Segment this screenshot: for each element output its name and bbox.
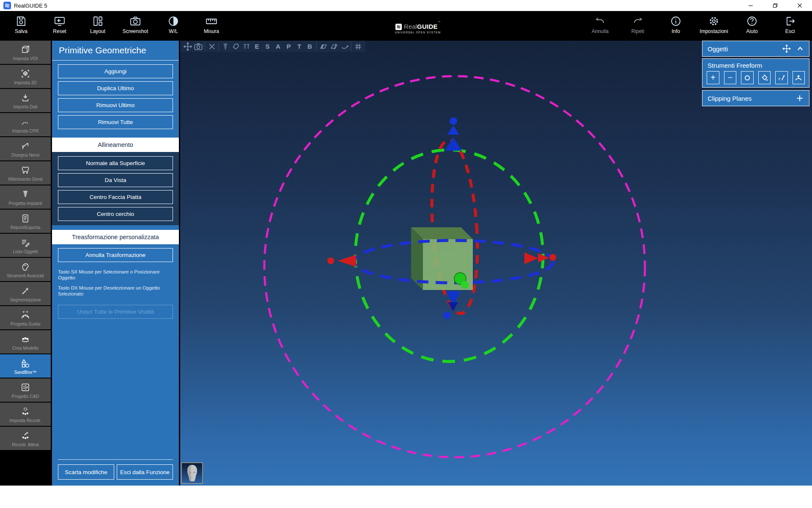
clip-plane-icon[interactable] [329, 41, 339, 52]
settings-button[interactable]: Impostazioni [695, 13, 732, 34]
reset-button[interactable]: Reset [41, 13, 78, 34]
viewport-3d[interactable]: E S A P T B Oggetti [180, 41, 812, 486]
clip-plane-flip-icon[interactable] [318, 41, 329, 52]
close-view-icon[interactable] [206, 41, 217, 52]
discard-changes-button[interactable]: Scarta modifiche [58, 464, 114, 480]
remove-all-button[interactable]: Rimuovi Tutte [58, 115, 173, 129]
sidebar-item-progetta-impianti[interactable]: Progetta Impianti [0, 185, 51, 209]
move-panel-icon[interactable] [782, 44, 791, 53]
sidebar-item-imposta-cpr[interactable]: Imposta CPR [0, 113, 51, 136]
sidebar-item-sandbox[interactable]: SandBox™ [0, 354, 51, 378]
polygon-tool-icon[interactable] [230, 41, 241, 52]
sidebar-item-riferimento-denti[interactable]: Riferimento Denti [0, 161, 51, 185]
window-level-button[interactable]: W/L [155, 13, 192, 34]
magic-wand-icon [20, 285, 30, 296]
add-clipping-plane-icon[interactable] [796, 94, 804, 102]
close-button[interactable] [787, 0, 812, 11]
shapes-icon [20, 358, 30, 369]
view-letter-e[interactable]: E [255, 43, 259, 50]
exit-button[interactable]: Esci [771, 13, 809, 34]
sidebar-item-crea-modello[interactable]: Crea Modello [0, 330, 51, 353]
exit-function-button[interactable]: Esci dalla Funzione [117, 464, 173, 480]
sidebar-item-ricostr-attiva[interactable]: Ricostr. Attiva [0, 427, 51, 450]
duplicate-last-button[interactable]: Duplica Ultimo [58, 81, 173, 95]
help-button[interactable]: Aiuto [733, 13, 771, 34]
add-primitive-button[interactable]: Aggiungi [58, 64, 173, 78]
grid-toggle-icon[interactable] [353, 41, 363, 52]
redo-button[interactable]: Ripeti [619, 13, 656, 34]
freeform-panel-title: Strumenti Freeform [702, 59, 809, 71]
view-letter-b[interactable]: B [307, 43, 312, 50]
viewport-screenshot-icon[interactable] [193, 41, 203, 52]
save-button[interactable]: Salva [3, 13, 40, 34]
screenshot-button[interactable]: Screenshot [117, 13, 154, 34]
sidebar-item-disegna-nervi[interactable]: Disegna Nervi [0, 137, 51, 160]
bottom-strip [0, 486, 812, 508]
contrast-icon [167, 13, 179, 27]
view-letter-p[interactable]: P [286, 43, 291, 50]
wand-teeth-icon [20, 430, 30, 441]
sidebar-item-lista-oggetti[interactable]: Lista Oggetti [0, 234, 51, 257]
head-orientation-thumbnail[interactable] [181, 462, 203, 484]
implant-visibility-icon[interactable] [220, 41, 230, 52]
smooth-surface-icon [795, 74, 802, 82]
left-sidebar: Imposta VOI Imposta 3D Importa Dati Impo… [0, 41, 51, 486]
hint-left-mouse: Tasto SX Mouse per Selezionare o Posizio… [58, 269, 173, 281]
teeth-visibility-icon[interactable] [241, 41, 252, 52]
layout-button[interactable]: Layout [79, 13, 116, 34]
sidebar-item-imposta-voi[interactable]: Imposta VOI [0, 41, 51, 64]
sidebar-item-progetto-cad[interactable]: Progetto CAD [0, 378, 51, 402]
sidebar-item-imposta-3d[interactable]: Imposta 3D [0, 65, 51, 88]
view-letter-a[interactable]: A [276, 43, 280, 50]
freeform-smudge-button[interactable]: e [775, 71, 788, 84]
info-button[interactable]: Info [657, 13, 694, 34]
title-bar: RealGUIDE 5 [0, 0, 812, 11]
custom-transform-header: Treasformazione personalizzata [52, 230, 179, 244]
remove-last-button[interactable]: Rimuovi Ultimo [58, 98, 173, 112]
circle-icon [744, 75, 751, 81]
sidebar-item-progetta-guida[interactable]: Progetta Guida [0, 306, 51, 329]
window-title: RealGUIDE 5 [14, 3, 47, 9]
surgical-guide-icon [20, 309, 30, 320]
freeform-brush-size-button[interactable] [741, 71, 754, 84]
rotation-gizmo[interactable] [180, 41, 812, 486]
pan-tool-icon[interactable] [182, 41, 193, 52]
freeform-subtract-button[interactable]: − [724, 71, 737, 84]
sidebar-item-importa-dati[interactable]: Importa Dati [0, 89, 51, 112]
sidebar-item-report-esporta[interactable]: Report/Esporta [0, 210, 51, 233]
main-toolbar: Salva Reset Layout Screenshot W/L [0, 11, 812, 41]
merge-primitives-button[interactable]: Unisci Tutte le Primitive Visibili [58, 305, 173, 319]
head-profile-icon [20, 261, 30, 272]
curve-tool-icon[interactable] [339, 41, 350, 52]
objects-panel-header[interactable]: Oggetti [702, 41, 809, 57]
sidebar-item-segmentazione[interactable]: Segmentazione [0, 282, 51, 305]
exit-icon [784, 13, 796, 27]
minimize-button[interactable] [738, 0, 763, 11]
list-edit-icon [20, 237, 30, 248]
freeform-add-button[interactable]: + [707, 71, 719, 84]
sidebar-item-strumenti-avanzati[interactable]: Strumenti Avanzati [0, 258, 51, 281]
view-letter-s[interactable]: S [265, 43, 269, 50]
question-icon [746, 13, 758, 27]
flat-face-center-button[interactable]: Centro Faccia Piatta [58, 190, 173, 204]
model-arch-icon [20, 334, 30, 345]
undo-transform-button[interactable]: Annulla Trasformazione [58, 248, 173, 262]
implant-screw-icon [20, 189, 30, 200]
gear-icon [708, 13, 720, 27]
brand-logo: RealGUIDE™ UNIVERSAL OPEN SYSTEM [384, 23, 452, 34]
sidebar-item-imposta-ricostr[interactable]: Imposta Ricostr. [0, 403, 51, 426]
view-letter-t[interactable]: T [297, 43, 301, 50]
ruler-icon [206, 13, 217, 27]
normal-to-surface-button[interactable]: Normale alla Superficie [58, 156, 173, 170]
from-view-button[interactable]: Da Vista [58, 173, 173, 187]
clipping-planes-header[interactable]: Clipping Planes [702, 90, 809, 106]
undo-button[interactable]: Annulla [582, 13, 619, 34]
freeform-fill-button[interactable] [758, 71, 771, 84]
measure-button[interactable]: Misura [193, 13, 230, 34]
circle-center-button[interactable]: Centro cerchio [58, 207, 173, 221]
restore-button[interactable] [763, 0, 787, 11]
freeform-smooth-button[interactable] [793, 71, 805, 84]
smudge-pencil-icon: e [778, 74, 785, 82]
collapse-panel-icon[interactable] [796, 45, 804, 52]
right-panel-stack: Oggetti Strumenti Freeform + − [702, 41, 809, 106]
